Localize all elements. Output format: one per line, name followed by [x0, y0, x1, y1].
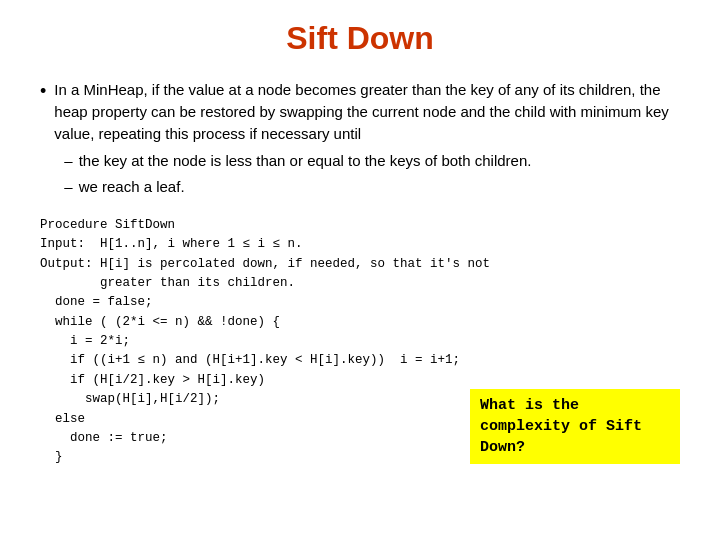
code-wrapper: Procedure SiftDown Input: H[1..n], i whe… [40, 216, 680, 468]
main-bullet: • In a MinHeap, if the value at a node b… [40, 79, 680, 202]
sub-item-2-text: we reach a leaf. [79, 176, 185, 198]
yellow-box: What is the complexity of Sift Down? [470, 389, 680, 464]
code-line-6: i = 2*i; [40, 332, 680, 351]
dash-1: – [64, 150, 72, 172]
dash-2: – [64, 176, 72, 198]
code-line-3: greater than its children. [40, 274, 680, 293]
sub-item-1-text: the key at the node is less than or equa… [79, 150, 532, 172]
code-line-4: done = false; [40, 293, 680, 312]
sub-item-1: – the key at the node is less than or eq… [64, 150, 680, 172]
page-title: Sift Down [40, 20, 680, 57]
code-block: Procedure SiftDown Input: H[1..n], i whe… [40, 216, 680, 468]
bullet-main-text: In a MinHeap, if the value at a node bec… [54, 81, 669, 142]
yellow-box-text: What is the complexity of Sift Down? [480, 397, 642, 456]
main-content: • In a MinHeap, if the value at a node b… [40, 79, 680, 468]
code-line-5: while ( (2*i <= n) && !done) { [40, 313, 680, 332]
sub-item-2: – we reach a leaf. [64, 176, 680, 198]
code-line-7: if ((i+1 ≤ n) and (H[i+1].key < H[i].key… [40, 351, 680, 370]
bullet-dot: • [40, 79, 46, 202]
code-line-1: Input: H[1..n], i where 1 ≤ i ≤ n. [40, 235, 680, 254]
code-line-2: Output: H[i] is percolated down, if need… [40, 255, 680, 274]
sub-list: – the key at the node is less than or eq… [64, 150, 680, 198]
bullet-text: In a MinHeap, if the value at a node bec… [54, 79, 680, 202]
code-line-0: Procedure SiftDown [40, 216, 680, 235]
code-line-8: if (H[i/2].key > H[i].key) [40, 371, 680, 390]
